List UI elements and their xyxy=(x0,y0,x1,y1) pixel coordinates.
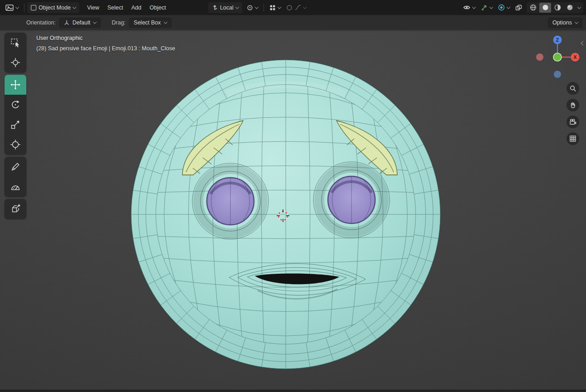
select-box-tool[interactable] xyxy=(5,33,26,53)
object-visibility-dropdown[interactable] xyxy=(460,3,478,12)
shading-wireframe-button[interactable] xyxy=(527,3,539,13)
proportional-editing-controls[interactable] xyxy=(283,3,309,12)
overlays-icon xyxy=(498,4,505,11)
rotate-icon xyxy=(10,99,21,110)
pivot-point-dropdown[interactable] xyxy=(244,3,261,12)
timeline-strip[interactable] xyxy=(0,390,586,392)
chevron-left-icon xyxy=(581,41,586,46)
select-box-icon xyxy=(10,37,21,48)
z-axis-label: Z xyxy=(556,37,559,43)
viewport-header: Object Mode View Select Add Object Local xyxy=(0,0,586,15)
region-collapse-arrow[interactable] xyxy=(581,39,585,47)
chevron-down-icon xyxy=(472,5,476,9)
navigation-gizmo[interactable]: Z X xyxy=(535,35,580,81)
scale-icon xyxy=(10,119,21,130)
editor-type-icon xyxy=(5,5,14,11)
tool-sidebar xyxy=(5,33,26,219)
viewport-overlay-text: User Orthographic (28) Sad pensive face … xyxy=(36,35,175,52)
grid-icon xyxy=(569,135,576,142)
drag-value: Select Box xyxy=(134,19,161,26)
chevron-down-icon xyxy=(577,5,581,9)
annotate-tool[interactable] xyxy=(5,157,26,177)
select-tool-group xyxy=(5,33,26,73)
3d-cursor-icon xyxy=(10,57,21,68)
emoji-head-object[interactable] xyxy=(131,60,440,369)
mode-dropdown[interactable]: Object Mode xyxy=(27,2,79,13)
scene-mesh xyxy=(0,0,586,392)
shading-rendered-button[interactable] xyxy=(564,3,576,13)
orientation-value: Default xyxy=(73,19,91,26)
separator xyxy=(24,4,24,12)
measure-tool[interactable] xyxy=(5,177,26,197)
head-wireframe xyxy=(131,60,440,369)
menu-add[interactable]: Add xyxy=(127,3,146,13)
orientation-value: Local xyxy=(220,5,234,11)
rotate-tool[interactable] xyxy=(5,95,26,115)
view-mode-text: User Orthographic xyxy=(36,35,175,41)
scale-tool[interactable] xyxy=(5,115,26,135)
overlays-dropdown[interactable] xyxy=(495,3,513,12)
solid-sphere-icon xyxy=(542,4,549,11)
3d-viewport[interactable]: User Orthographic (28) Sad pensive face … xyxy=(0,0,586,392)
gizmos-dropdown[interactable] xyxy=(478,3,495,12)
tool-settings-bar: Orientation: Default Drag: Select Box Op… xyxy=(0,15,586,30)
add-cube-tool[interactable] xyxy=(5,199,26,219)
camera-icon xyxy=(569,118,576,126)
grid-toggle-button[interactable] xyxy=(566,132,579,145)
chevron-down-icon xyxy=(163,20,167,24)
pivot-point-icon xyxy=(247,5,253,11)
transform-orientation-icon xyxy=(212,5,218,10)
xray-toggle[interactable] xyxy=(513,3,525,12)
visibility-eye-icon xyxy=(463,5,470,10)
drag-label: Drag: xyxy=(112,19,126,26)
chevron-down-icon xyxy=(15,5,19,9)
zoom-button[interactable] xyxy=(566,82,579,95)
chevron-down-icon xyxy=(73,5,76,9)
object-mode-icon xyxy=(31,5,36,10)
camera-view-button[interactable] xyxy=(566,116,579,128)
orientation-axis-icon xyxy=(64,20,69,25)
cursor-tool[interactable] xyxy=(5,53,26,73)
gizmo-arrows-icon xyxy=(481,4,488,11)
material-sphere-icon xyxy=(554,4,561,11)
transform-orientation-dropdown[interactable]: Local xyxy=(208,2,242,13)
axis-y-positive-ball[interactable] xyxy=(553,53,562,61)
annotate-tool-group xyxy=(5,157,26,197)
shading-material-button[interactable] xyxy=(552,3,563,13)
options-dropdown[interactable]: Options xyxy=(548,18,582,28)
chevron-down-icon xyxy=(303,5,307,9)
magnifier-icon xyxy=(569,85,576,92)
transform-tool-group xyxy=(5,75,26,155)
add-tool-group xyxy=(5,199,26,219)
x-axis-label: X xyxy=(573,54,576,60)
chevron-down-icon xyxy=(255,5,259,9)
drag-dropdown[interactable]: Select Box xyxy=(129,18,171,28)
snap-toggle[interactable] xyxy=(267,3,283,12)
editor-type-button[interactable] xyxy=(3,3,21,12)
hand-icon xyxy=(569,102,576,109)
measure-protractor-icon xyxy=(10,181,21,192)
annotate-pencil-icon xyxy=(10,161,21,172)
orientation-dropdown[interactable]: Default xyxy=(59,18,101,28)
chevron-down-icon xyxy=(489,5,493,9)
shading-solid-button[interactable] xyxy=(539,3,551,13)
axis-x-negative-ball[interactable] xyxy=(536,53,543,61)
blender-window: User Orthographic (28) Sad pensive face … xyxy=(0,0,586,392)
pan-button[interactable] xyxy=(566,99,579,111)
orientation-label: Orientation: xyxy=(26,19,56,26)
menu-select[interactable]: Select xyxy=(103,3,127,13)
axis-z-negative-ball[interactable] xyxy=(554,71,561,78)
shading-mode-group xyxy=(527,2,583,13)
right-eye-object[interactable] xyxy=(328,176,375,223)
menu-view[interactable]: View xyxy=(83,3,103,13)
left-eye-object[interactable] xyxy=(207,178,254,225)
mode-label: Object Mode xyxy=(39,5,71,11)
menu-object[interactable]: Object xyxy=(146,3,170,13)
options-label: Options xyxy=(552,19,572,26)
rendered-sphere-icon xyxy=(566,4,573,11)
wireframe-sphere-icon xyxy=(530,4,537,11)
xray-icon xyxy=(515,5,522,11)
move-icon xyxy=(10,79,21,90)
move-tool[interactable] xyxy=(5,75,26,95)
transform-tool[interactable] xyxy=(5,135,26,155)
